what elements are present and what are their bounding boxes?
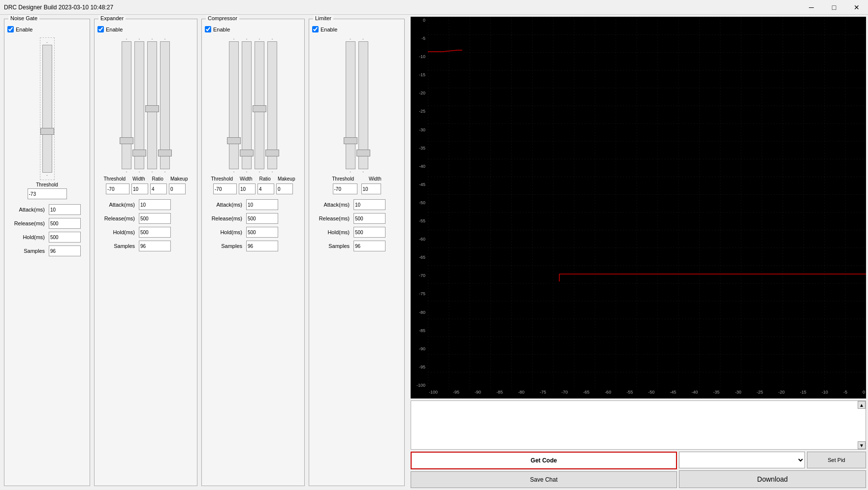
- compressor-sliders: - - - - -: [205, 36, 301, 174]
- noise-gate-enable-checkbox[interactable]: [7, 26, 14, 32]
- noise-gate-panel: Noise Gate Enable - - Threshold: [4, 19, 90, 486]
- lim-thumb-2[interactable]: [356, 150, 370, 156]
- exp-hold-input[interactable]: [139, 227, 171, 238]
- right-buttons: Set Pid Download: [679, 452, 866, 488]
- exp-thumb-3[interactable]: [145, 105, 159, 112]
- left-panels: Noise Gate Enable - - Threshold: [0, 15, 409, 490]
- comp-hold-input[interactable]: [246, 227, 278, 238]
- compressor-enable-label: Enable: [213, 27, 230, 32]
- exp-thumb-2[interactable]: [132, 150, 146, 156]
- comp-slider-2[interactable]: [242, 41, 252, 169]
- lim-slider-1[interactable]: [346, 41, 355, 169]
- comp-makeup-input[interactable]: [276, 184, 293, 194]
- compressor-enable-checkbox[interactable]: [205, 26, 211, 32]
- exp-makeup-input[interactable]: [169, 184, 186, 194]
- comp-thumb-2[interactable]: [240, 150, 254, 156]
- title-bar: DRC Designer Build 2023-03-10 10:48:27 ─…: [0, 0, 868, 15]
- exp-release-row: Release(ms): [97, 213, 194, 224]
- comp-ratio-input[interactable]: [257, 184, 274, 194]
- ng-samples-label: Samples: [7, 248, 47, 254]
- expander-col-headers: Threshold Width Ratio Makeup: [97, 176, 194, 182]
- exp-slider-3[interactable]: [147, 41, 157, 169]
- save-chat-button[interactable]: Save Chat: [411, 471, 677, 488]
- scroll-down-button[interactable]: ▼: [858, 441, 866, 449]
- ng-threshold-input[interactable]: [28, 188, 67, 199]
- close-button[interactable]: ✕: [845, 0, 868, 15]
- comp-threshold-input[interactable]: [213, 184, 237, 194]
- comp-thumb-3[interactable]: [253, 105, 266, 112]
- expander-enable-checkbox[interactable]: [97, 26, 104, 32]
- comp-release-input[interactable]: [246, 213, 278, 224]
- maximize-button[interactable]: □: [823, 0, 845, 15]
- limiter-panel: Limiter Enable - - -: [309, 19, 405, 486]
- main-content: Noise Gate Enable - - Threshold: [0, 15, 868, 490]
- comp-thumb-1[interactable]: [227, 137, 241, 144]
- exp-width-input[interactable]: [131, 184, 148, 194]
- compressor-col-headers: Threshold Width Ratio Makeup: [205, 176, 301, 182]
- exp-slider-2[interactable]: [134, 41, 144, 169]
- expander-enable-row: Enable: [97, 26, 194, 32]
- set-pid-button[interactable]: Set Pid: [807, 452, 866, 468]
- exp-params: Attack(ms) Release(ms) Hold(ms) Samples: [97, 199, 194, 251]
- comp-release-label: Release(ms): [205, 215, 244, 221]
- lim-params: Attack(ms) Release(ms) Hold(ms) Samples: [312, 199, 401, 251]
- exp-samples-input[interactable]: [139, 241, 171, 251]
- title-bar-controls: ─ □ ✕: [800, 0, 868, 15]
- comp-slider-3-col: - -: [255, 36, 264, 174]
- noise-gate-thumb[interactable]: [40, 128, 54, 135]
- lim-release-input[interactable]: [354, 213, 386, 224]
- left-buttons: Get Code Save Chat: [411, 452, 677, 488]
- lim-attack-input[interactable]: [354, 199, 386, 210]
- comp-slider-3[interactable]: [255, 41, 264, 169]
- comp-width-input[interactable]: [239, 184, 256, 194]
- exp-release-input[interactable]: [139, 213, 171, 224]
- limiter-enable-checkbox[interactable]: [312, 26, 319, 32]
- expander-enable-label: Enable: [106, 27, 123, 32]
- comp-slider-4[interactable]: [267, 41, 277, 169]
- exp-slider-2-col: - -: [134, 36, 144, 174]
- lim-threshold-header: Threshold: [332, 176, 354, 182]
- lim-threshold-input[interactable]: [333, 184, 357, 194]
- comp-attack-input[interactable]: [246, 199, 278, 210]
- compressor-enable-row: Enable: [205, 26, 301, 32]
- exp-slider-1[interactable]: [122, 41, 131, 169]
- comp-makeup-header: Makeup: [278, 176, 295, 182]
- exp-threshold-input[interactable]: [106, 184, 129, 194]
- ng-tick-top: -: [46, 40, 48, 45]
- exp-release-label: Release(ms): [97, 215, 137, 221]
- exp-attack-input[interactable]: [139, 199, 171, 210]
- minimize-button[interactable]: ─: [800, 0, 823, 15]
- exp-hold-label: Hold(ms): [97, 229, 137, 235]
- lim-width-input[interactable]: [361, 184, 381, 194]
- ng-attack-input[interactable]: [49, 204, 81, 215]
- download-button[interactable]: Download: [679, 470, 866, 488]
- lim-slider-1-col: - -: [346, 36, 355, 174]
- comp-samples-input[interactable]: [246, 241, 278, 251]
- exp-thumb-1[interactable]: [120, 137, 133, 144]
- comp-attack-row: Attack(ms): [205, 199, 301, 210]
- lim-samples-label: Samples: [312, 243, 352, 249]
- comp-thumb-4[interactable]: [265, 150, 279, 156]
- ng-params: Attack(ms) Release(ms) Hold(ms) Samples: [7, 204, 87, 256]
- comp-slider-1[interactable]: [229, 41, 239, 169]
- get-code-button[interactable]: Get Code: [411, 452, 677, 469]
- noise-gate-slider-container: - -: [40, 37, 55, 180]
- comp-params: Attack(ms) Release(ms) Hold(ms) Samples: [205, 199, 301, 251]
- scroll-up-button[interactable]: ▲: [858, 401, 866, 409]
- exp-ratio-input[interactable]: [150, 184, 167, 194]
- lim-attack-label: Attack(ms): [312, 202, 352, 208]
- lim-hold-input[interactable]: [354, 227, 386, 238]
- lim-samples-input[interactable]: [354, 241, 386, 251]
- exp-thumb-4[interactable]: [158, 150, 172, 156]
- noise-gate-slider[interactable]: [42, 45, 52, 173]
- ng-samples-input[interactable]: [49, 245, 81, 256]
- lim-slider-2[interactable]: [358, 41, 368, 169]
- exp-slider-4[interactable]: [160, 41, 170, 169]
- lim-release-label: Release(ms): [312, 215, 352, 221]
- lim-width-header: Width: [369, 176, 382, 182]
- ng-release-input[interactable]: [49, 218, 81, 229]
- ng-hold-input[interactable]: [49, 232, 81, 243]
- lim-thumb-1[interactable]: [344, 137, 357, 144]
- pid-dropdown[interactable]: [679, 452, 805, 468]
- graph-svg: [428, 17, 866, 390]
